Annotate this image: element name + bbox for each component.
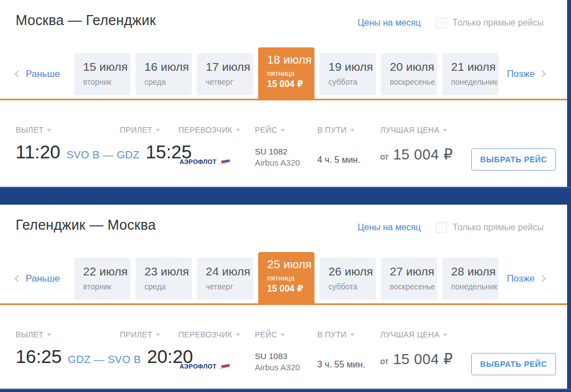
aeroflot-flag-icon <box>219 158 231 165</box>
column-header-arrival[interactable]: ПРИЛЕТ <box>120 125 160 134</box>
date-tab[interactable]: 17 июля четверг <box>197 53 253 95</box>
price-value: 15 004 ₽ <box>393 146 453 163</box>
date-tab-selected[interactable]: 25 июля пятница 15 004 ₽ <box>258 252 314 305</box>
sort-arrow-icon <box>47 333 51 336</box>
direct-only-toggle[interactable]: Только прямые рейсы <box>435 17 544 28</box>
aeroflot-flag-icon <box>219 363 231 370</box>
date-tab-selected[interactable]: 18 июля пятница 15 004 ₽ <box>258 47 314 100</box>
date-strip: 15 июля вторник 16 июля среда 17 июля че… <box>74 47 499 100</box>
section-header-controls: Цены на месяц Только прямые рейсы <box>357 222 544 233</box>
price-prefix: от <box>380 356 389 366</box>
sort-arrow-icon <box>280 333 285 336</box>
best-price: от 15 004 ₽ <box>380 351 453 368</box>
column-header-carrier[interactable]: ПЕРЕВОЗЧИК <box>178 125 240 134</box>
section-header-controls: Цены на месяц Только прямые рейсы <box>357 17 544 28</box>
departure-time: 11:20 <box>16 142 60 163</box>
carrier-logo: АЭРОФЛОТ <box>180 363 231 370</box>
column-header-duration[interactable]: В ПУТИ <box>317 330 355 339</box>
aircraft-type: Airbus A320 <box>255 362 300 373</box>
price-prefix: от <box>380 152 389 161</box>
sort-arrow-icon <box>443 129 447 132</box>
return-section: Геленджик — Москва Цены на месяц Только … <box>0 205 567 389</box>
sort-arrow-icon <box>156 129 160 132</box>
sort-arrow-icon <box>236 129 240 132</box>
date-tab[interactable]: 28 июля понедельник <box>442 258 499 300</box>
sort-arrow-icon <box>236 333 240 336</box>
date-tab[interactable]: 20 июля воскресенье <box>381 53 437 95</box>
select-flight-button[interactable]: ВЫБРАТЬ РЕЙС <box>471 148 556 171</box>
column-header-arrival[interactable]: ПРИЛЕТ <box>120 330 160 339</box>
date-strip: 22 июля вторник 23 июля среда 24 июля че… <box>74 252 499 305</box>
route-codes[interactable]: SVO B — GDZ <box>66 149 139 161</box>
carrier-name: АЭРОФЛОТ <box>180 158 216 165</box>
sort-arrow-icon <box>47 129 51 132</box>
carrier-name: АЭРОФЛОТ <box>180 363 216 370</box>
sort-arrow-icon <box>350 129 355 132</box>
flight-times: 11:20 SVO B — GDZ 15:25 <box>16 142 192 163</box>
direct-only-label: Только прямые рейсы <box>453 18 544 28</box>
departure-time: 16:25 <box>16 346 62 367</box>
flight-duration: 4 ч. 5 мин. <box>317 155 360 165</box>
column-header-departure[interactable]: ВЫЛЕТ <box>16 125 51 134</box>
best-price: от 15 004 ₽ <box>380 146 453 163</box>
chevron-right-icon <box>539 70 546 78</box>
chevron-left-icon <box>14 275 22 282</box>
sort-arrow-icon <box>443 333 447 336</box>
date-tab-price: 15 004 ₽ <box>267 79 314 89</box>
route-codes[interactable]: GDZ — SVO B <box>68 354 141 366</box>
flight-info: SU 1083 Airbus A320 <box>255 351 300 373</box>
chevron-right-icon <box>539 275 546 282</box>
later-button[interactable]: Позже <box>507 273 567 284</box>
date-carousel: Раньше 15 июля вторник 16 июля среда 17 … <box>0 47 567 100</box>
column-header-duration[interactable]: В ПУТИ <box>317 125 355 134</box>
column-header-departure[interactable]: ВЫЛЕТ <box>16 330 51 339</box>
flight-number: SU 1083 <box>255 351 300 362</box>
sort-arrow-icon <box>156 333 160 336</box>
page-title: Геленджик — Москва <box>16 217 156 233</box>
date-tab[interactable]: 15 июля вторник <box>74 53 130 95</box>
date-tab[interactable]: 27 июля воскресенье <box>381 258 437 300</box>
carrier-logo: АЭРОФЛОТ <box>180 158 231 165</box>
earlier-button[interactable]: Раньше <box>0 273 74 284</box>
results-table: ВЫЛЕТ ПРИЛЕТ ПЕРЕВОЗЧИК РЕЙС В ПУТИ ЛУЧШ… <box>0 100 567 187</box>
flight-info: SU 1082 Airbus A320 <box>255 146 300 168</box>
date-carousel: Раньше 22 июля вторник 23 июля среда 24 … <box>0 252 567 305</box>
month-prices-link[interactable]: Цены на месяц <box>357 222 420 233</box>
date-tab-price: 15 004 ₽ <box>267 283 314 294</box>
date-tab[interactable]: 23 июля среда <box>136 258 192 300</box>
earlier-button[interactable]: Раньше <box>0 69 74 80</box>
price-value: 15 004 ₽ <box>393 351 453 368</box>
flight-duration: 3 ч. 55 мин. <box>317 360 365 370</box>
aircraft-type: Airbus A320 <box>255 157 300 168</box>
flight-number: SU 1082 <box>255 146 300 157</box>
select-flight-button[interactable]: ВЫБРАТЬ РЕЙС <box>471 353 556 375</box>
date-tab[interactable]: 24 июля четверг <box>197 258 253 300</box>
direct-only-checkbox[interactable] <box>435 17 447 28</box>
flight-times: 16:25 GDZ — SVO B 20:20 <box>16 346 193 367</box>
bottom-edge <box>0 389 571 392</box>
results-table: ВЫЛЕТ ПРИЛЕТ ПЕРЕВОЗЧИК РЕЙС В ПУТИ ЛУЧШ… <box>0 305 567 391</box>
column-header-carrier[interactable]: ПЕРЕВОЗЧИК <box>178 330 240 339</box>
section-divider <box>0 187 571 205</box>
direct-only-label: Только прямые рейсы <box>453 222 544 233</box>
direct-only-toggle[interactable]: Только прямые рейсы <box>435 222 544 233</box>
column-header-best-price[interactable]: ЛУЧШАЯ ЦЕНА <box>380 125 447 134</box>
outbound-section: Москва — Геленджик Цены на месяц Только … <box>0 0 567 187</box>
month-prices-link[interactable]: Цены на месяц <box>357 18 420 28</box>
sort-arrow-icon <box>350 333 355 336</box>
page-title: Москва — Геленджик <box>16 12 156 28</box>
column-header-flight[interactable]: РЕЙС <box>255 330 285 339</box>
later-button[interactable]: Позже <box>507 69 567 80</box>
date-tab[interactable]: 16 июля среда <box>136 53 192 95</box>
date-tab[interactable]: 26 июля суббота <box>320 258 376 300</box>
date-tab[interactable]: 21 июля понедельник <box>442 53 499 95</box>
sort-arrow-icon <box>280 129 285 132</box>
column-header-best-price[interactable]: ЛУЧШАЯ ЦЕНА <box>380 330 447 339</box>
chevron-left-icon <box>14 70 22 78</box>
column-header-flight[interactable]: РЕЙС <box>255 125 285 134</box>
date-tab[interactable]: 22 июля вторник <box>74 258 130 300</box>
date-tab[interactable]: 19 июля суббота <box>320 53 376 95</box>
direct-only-checkbox[interactable] <box>435 222 447 233</box>
